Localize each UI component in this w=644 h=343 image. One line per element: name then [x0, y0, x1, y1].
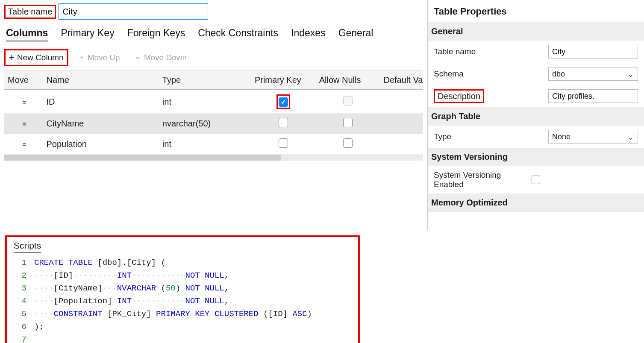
prop-schema-value: dbo [552, 70, 565, 79]
tab-general[interactable]: General [338, 27, 373, 41]
code-line[interactable]: CREATE TABLE [dbo].[City] ( [34, 256, 166, 269]
line-number: 4 [14, 295, 26, 308]
scripts-tab[interactable]: Scripts [14, 240, 41, 253]
section-memory-optimized: Memory Optimized [428, 193, 644, 212]
primary-key-checkbox[interactable] [279, 138, 288, 148]
line-number: 3 [14, 282, 26, 295]
chevron-up-icon [79, 53, 85, 62]
section-general: General [428, 22, 644, 41]
tab-primary-key[interactable]: Primary Key [61, 27, 114, 41]
code-line[interactable]: ····CONSTRAINT [PK_City] PRIMARY KEY CLU… [34, 308, 312, 320]
column-name-cell[interactable]: ID [43, 90, 159, 114]
drag-handle-icon[interactable] [18, 123, 29, 126]
prop-type-select[interactable]: None [548, 130, 638, 144]
default-value-cell[interactable] [380, 90, 423, 114]
table-row[interactable]: CityNamenvarchar(50) [4, 114, 423, 134]
column-name-cell[interactable]: CityName [43, 114, 159, 134]
tab-foreign-keys[interactable]: Foreign Keys [127, 27, 185, 41]
default-value-cell[interactable] [380, 134, 423, 155]
prop-schema-label: Schema [434, 69, 548, 79]
col-header[interactable]: Primary Key [251, 71, 316, 90]
prop-schema-select[interactable]: dbo [548, 67, 638, 81]
move-down-label: Move Down [144, 53, 187, 62]
table-name-input[interactable] [59, 3, 208, 20]
script-editor[interactable]: 1CREATE TABLE [dbo].[City] (2····[ID]···… [14, 256, 351, 343]
chevron-down-icon [134, 52, 141, 63]
plus-icon [9, 52, 15, 63]
column-type-cell[interactable]: int [159, 90, 251, 114]
column-name-cell[interactable]: Population [43, 134, 159, 155]
prop-table-name-input[interactable] [548, 45, 638, 59]
sysver-checkbox[interactable] [532, 176, 540, 184]
primary-key-checkbox[interactable] [279, 97, 288, 107]
line-number: 2 [14, 269, 26, 282]
columns-grid: MoveNameTypePrimary KeyAllow NullsDefaul… [4, 70, 423, 155]
properties-title: Table Properties [434, 6, 638, 17]
line-number: 6 [14, 320, 26, 333]
new-column-button[interactable]: New Column [6, 50, 67, 65]
tab-indexes[interactable]: Indexes [291, 27, 326, 41]
col-header[interactable]: Default Va [380, 71, 423, 90]
prop-type-value: None [552, 132, 570, 141]
prop-table-name-label: Table name [434, 47, 548, 56]
prop-sysver-label: System Versioning Enabled [434, 170, 532, 189]
primary-key-checkbox[interactable] [279, 118, 288, 127]
prop-description-input[interactable] [548, 89, 638, 103]
allow-nulls-checkbox[interactable] [343, 118, 353, 127]
code-line[interactable]: ); [34, 320, 44, 333]
drag-handle-icon[interactable] [18, 101, 29, 104]
code-line[interactable]: ····[CityName]···NVARCHAR (50) NOT NULL, [34, 282, 229, 295]
section-system-versioning: System Versioning [428, 148, 644, 166]
move-up-button[interactable]: Move Up [75, 51, 124, 64]
column-type-cell[interactable]: int [159, 134, 251, 155]
table-row[interactable]: IDint [4, 90, 423, 114]
allow-nulls-checkbox [343, 96, 353, 106]
new-column-label: New Column [17, 53, 64, 62]
main-designer-panel: Table name ColumnsPrimary KeyForeign Key… [0, 0, 428, 230]
col-header[interactable]: Name [43, 71, 159, 90]
allow-nulls-checkbox[interactable] [343, 138, 353, 148]
code-line[interactable]: ····[ID]·········INT···········NOT NULL, [34, 269, 229, 282]
chevron-down-icon [627, 69, 634, 79]
default-value-cell[interactable] [380, 114, 423, 134]
line-number: 1 [14, 256, 26, 269]
move-down-button[interactable]: Move Down [130, 50, 190, 65]
line-number: 5 [14, 308, 26, 320]
table-name-label: Table name [4, 5, 56, 19]
designer-tabs: ColumnsPrimary KeyForeign KeysCheck Cons… [6, 27, 423, 41]
col-header[interactable]: Type [159, 71, 251, 90]
properties-panel: Table Properties General Table name Sche… [428, 0, 644, 230]
col-header[interactable]: Move [4, 71, 43, 90]
chevron-down-icon [627, 132, 634, 142]
code-line[interactable]: ····[Population] INT···········NOT NULL, [34, 295, 229, 308]
scrollbar-thumb[interactable] [4, 155, 281, 161]
table-row[interactable]: Populationint [4, 134, 423, 155]
col-header[interactable]: Allow Nulls [316, 71, 380, 90]
tab-check-constraints[interactable]: Check Constraints [198, 27, 278, 41]
line-number: 7 [14, 333, 26, 343]
scripts-panel: Scripts 1CREATE TABLE [dbo].[City] (2···… [5, 235, 360, 343]
prop-description-label: Description [434, 89, 484, 103]
move-up-label: Move Up [88, 53, 120, 62]
column-type-cell[interactable]: nvarchar(50) [159, 114, 251, 134]
prop-type-label: Type [434, 132, 548, 141]
tab-columns[interactable]: Columns [6, 27, 48, 41]
section-graph-table: Graph Table [428, 107, 644, 126]
drag-handle-icon[interactable] [18, 143, 29, 147]
horizontal-scrollbar[interactable] [4, 155, 423, 161]
